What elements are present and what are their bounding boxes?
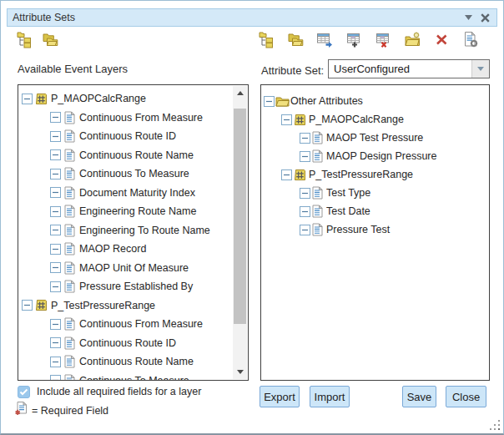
available-event-layers-tree[interactable]: P_MAOPCalcRangeContinuous From MeasureCo… — [18, 84, 249, 381]
collapse-minus-icon[interactable] — [300, 188, 310, 199]
collapse-minus-icon[interactable] — [50, 375, 61, 381]
expand-layers-icon[interactable] — [16, 31, 33, 48]
collapse-minus-icon[interactable] — [300, 133, 310, 144]
field-icon — [64, 242, 75, 255]
export-button[interactable]: Export — [260, 386, 300, 407]
collapse-minus-icon[interactable] — [281, 169, 292, 180]
attribute-sets-dialog: Attribute Sets Available Event Layers At… — [0, 0, 504, 435]
tree-item-label: Other Attributes — [290, 95, 363, 107]
save-button[interactable]: Save — [402, 386, 436, 407]
tree-item-label: Document Maturity Index — [79, 187, 195, 199]
new-folder-icon[interactable] — [404, 31, 421, 48]
file-settings-icon[interactable] — [462, 31, 480, 48]
field-icon — [64, 261, 75, 275]
tree-item-label: Continuous Route Name — [79, 149, 194, 161]
field-icon — [312, 186, 323, 200]
tree-item-label: P_TestPressureRange — [51, 300, 155, 311]
table-remove-icon[interactable] — [375, 31, 392, 48]
toolbar-right — [258, 31, 480, 48]
field-icon — [64, 317, 75, 331]
collapse-icon[interactable] — [465, 15, 472, 20]
scroll-up-button[interactable] — [233, 86, 247, 100]
scroll-down-icon — [237, 370, 244, 374]
tree-item-label: Pressure Test — [326, 224, 390, 235]
collapse-minus-icon[interactable] — [50, 149, 61, 160]
field-icon — [64, 167, 75, 180]
tree-item-label: MAOP Test Pressure — [326, 132, 423, 144]
field-icon — [64, 280, 75, 293]
collapse-minus-icon[interactable] — [50, 206, 61, 217]
tree-item-label: P_TestPressureRange — [309, 169, 413, 180]
collapse-minus-icon[interactable] — [264, 96, 275, 107]
import-button[interactable]: Import — [310, 386, 350, 407]
open-folders-icon[interactable] — [287, 31, 305, 48]
chevron-down-icon — [477, 67, 484, 71]
collapse-minus-icon[interactable] — [50, 131, 61, 142]
collapse-minus-icon[interactable] — [50, 357, 61, 367]
table-export-icon[interactable] — [316, 31, 334, 48]
collapse-minus-icon[interactable] — [50, 112, 61, 123]
open-folders-icon[interactable] — [42, 31, 59, 48]
close-button[interactable]: Close — [446, 386, 486, 407]
event-layer-icon — [294, 114, 306, 126]
field-icon — [64, 355, 75, 368]
available-event-layers-label: Available Event Layers — [18, 63, 128, 75]
attribute-set-tree[interactable]: Other AttributesP_MAOPCalcRangeMAOP Test… — [260, 84, 490, 381]
collapse-minus-icon[interactable] — [50, 262, 61, 273]
collapse-minus-icon[interactable] — [50, 225, 61, 235]
collapse-minus-icon[interactable] — [281, 114, 292, 125]
table-add-icon[interactable] — [345, 31, 363, 48]
field-icon — [64, 374, 75, 381]
field-icon — [64, 205, 75, 218]
collapse-minus-icon[interactable] — [50, 319, 61, 330]
scroll-down-button[interactable] — [233, 365, 247, 379]
dialog-title: Attribute Sets — [8, 12, 75, 23]
collapse-minus-icon[interactable] — [300, 151, 310, 162]
field-icon — [64, 129, 75, 143]
tree-item-label: Engineering Route Name — [79, 205, 196, 217]
tree-item-label: Continuous Route ID — [79, 337, 176, 349]
titlebar[interactable]: Attribute Sets — [7, 8, 497, 27]
required-field-icon — [14, 401, 28, 417]
required-field-legend: = Required Field — [32, 405, 108, 417]
include-required-fields-label: Include all required fields for a layer — [37, 386, 201, 397]
collapse-minus-icon[interactable] — [22, 300, 33, 311]
event-layer-icon — [294, 169, 306, 181]
collapse-minus-icon[interactable] — [22, 94, 33, 104]
tree-item-label: Pressure Established By — [79, 281, 193, 292]
tree-item-label: MAOP Design Pressure — [326, 150, 436, 162]
delete-icon[interactable] — [433, 31, 451, 48]
collapse-minus-icon[interactable] — [300, 206, 310, 217]
tree-item-label: Continuous Route Name — [79, 356, 194, 367]
tree-item-label: Continuous To Measure — [79, 375, 189, 381]
tree-item-label: P_MAOPCalcRange — [309, 114, 404, 125]
field-icon — [64, 111, 75, 124]
resize-grip[interactable] — [490, 420, 500, 430]
collapse-minus-icon[interactable] — [300, 225, 310, 235]
attribute-set-value: UserConfigured — [329, 60, 471, 78]
event-layer-icon — [35, 299, 48, 311]
folder-icon — [275, 96, 290, 107]
left-tree-scrollbar[interactable] — [233, 86, 247, 379]
close-icon[interactable] — [481, 13, 490, 23]
collapse-minus-icon[interactable] — [50, 244, 61, 255]
collapse-minus-icon[interactable] — [50, 187, 61, 198]
tree-item-label: Continuous To Measure — [79, 168, 189, 180]
collapse-minus-icon[interactable] — [50, 169, 61, 180]
attribute-set-label: Attribute Set: — [261, 64, 324, 77]
attribute-set-combobox[interactable]: UserConfigured — [328, 59, 490, 78]
field-icon — [312, 205, 323, 218]
collapse-minus-icon[interactable] — [50, 337, 61, 348]
collapse-minus-icon[interactable] — [50, 281, 61, 292]
tree-item-label: Engineering To Route Name — [79, 225, 210, 236]
scroll-up-icon — [237, 91, 244, 95]
include-required-fields-checkbox[interactable] — [18, 386, 30, 398]
tree-item-label: Continuous From Measure — [79, 112, 203, 124]
expand-layers-icon[interactable] — [258, 31, 275, 48]
field-icon — [312, 131, 323, 144]
event-layer-icon — [35, 93, 48, 105]
field-icon — [312, 149, 323, 163]
scrollbar-thumb[interactable] — [234, 109, 246, 324]
tree-item-label: MAOP Record — [79, 243, 146, 255]
combobox-dropdown-button[interactable] — [471, 60, 489, 78]
